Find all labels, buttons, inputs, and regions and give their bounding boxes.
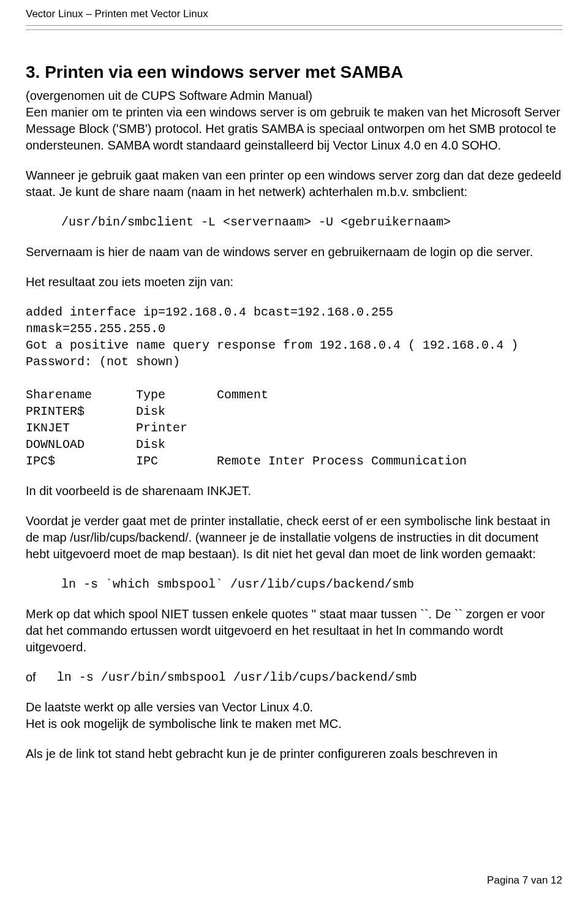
paragraph-servername: Servernaam is hier de naam van de window… xyxy=(26,244,562,260)
paragraph-share: Wanneer je gebruik gaat maken van een pr… xyxy=(26,167,562,200)
header-divider-2 xyxy=(26,29,562,30)
command-ln-path: ln -s /usr/bin/smbspool /usr/lib/cups/ba… xyxy=(57,669,417,686)
command-smbclient: /usr/bin/smbclient -L <servernaam> -U <g… xyxy=(26,214,562,230)
paragraph-backtick-note: Merk op dat which spool NIET tussen enke… xyxy=(26,606,562,656)
paragraph-configure: Als je de link tot stand hebt gebracht k… xyxy=(26,746,562,762)
paragraph-sharename: In dit voorbeeld is de sharenaam INKJET. xyxy=(26,483,562,499)
paragraph-intro: (overgenomen uit de CUPS Software Admin … xyxy=(26,88,562,154)
section-title: 3. Printen via een windows server met SA… xyxy=(26,61,562,84)
paragraph-symlink-check: Voordat je verder gaat met de printer in… xyxy=(26,513,562,562)
command-ln-which: ln -s `which smbspool` /usr/lib/cups/bac… xyxy=(26,576,562,593)
command-output: added interface ip=192.168.0.4 bcast=192… xyxy=(26,304,562,469)
alternative-row: of ln -s /usr/bin/smbspool /usr/lib/cups… xyxy=(26,669,562,686)
header-divider-1 xyxy=(26,25,562,26)
paragraph-result-intro: Het resultaat zou iets moeten zijn van: xyxy=(26,274,562,290)
paragraph-last-works: De laatste werkt op alle versies van Vec… xyxy=(26,699,562,732)
of-label: of xyxy=(26,669,36,686)
page-header: Vector Linux – Printen met Vector Linux xyxy=(26,7,562,21)
page-footer: Pagina 7 van 12 xyxy=(487,874,562,888)
